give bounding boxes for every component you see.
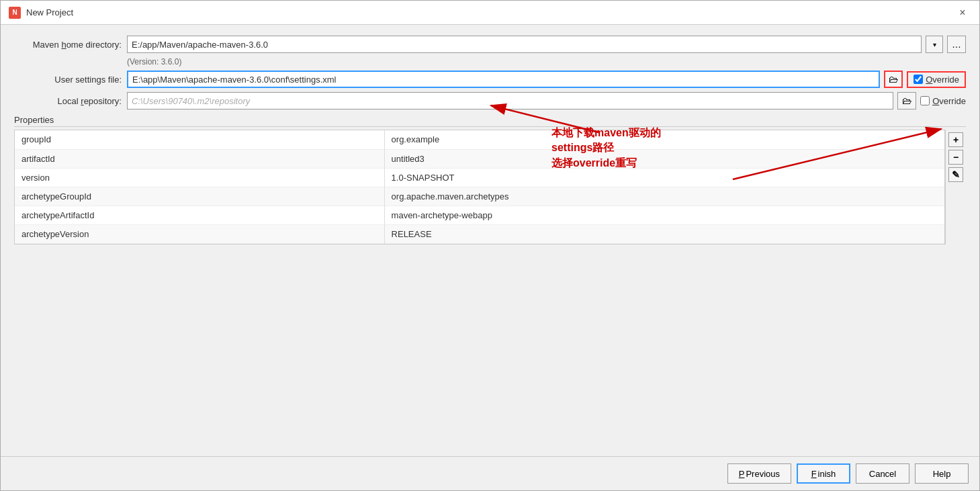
local-repo-override-group: Override [920, 96, 966, 106]
close-button[interactable]: × [954, 4, 971, 21]
maven-home-dropdown-button[interactable]: ▾ [926, 36, 943, 53]
local-repo-input[interactable] [127, 92, 893, 109]
properties-content: groupId org.example artifactId untitled3… [14, 130, 966, 244]
local-repo-label: Local repository: [14, 96, 122, 106]
property-key: artifactId [15, 149, 384, 168]
local-repo-row: Local repository: 🗁 Override [14, 92, 966, 109]
cancel-button[interactable]: Cancel [856, 463, 909, 484]
user-settings-label: User settings file: [14, 75, 122, 85]
user-settings-override-label: Override [926, 75, 959, 85]
properties-actions-panel: + − ✎ [945, 130, 966, 244]
property-key: groupId [15, 130, 384, 149]
maven-version-text: (Version: 3.6.0) [127, 57, 181, 66]
property-value: org.apache.maven.archetypes [384, 187, 944, 206]
dialog-content: Maven home directory: ▾ … (Version: 3.6.… [1, 25, 979, 456]
property-value: untitled3 [384, 149, 944, 168]
user-settings-input[interactable] [127, 71, 880, 88]
maven-home-controls: ▾ … [127, 36, 966, 53]
help-button[interactable]: Help [915, 463, 969, 484]
maven-home-input[interactable] [127, 36, 922, 53]
property-value: 1.0-SNAPSHOT [384, 168, 944, 187]
properties-section: Properties groupId org.example artifactI… [14, 115, 966, 244]
property-value: RELEASE [384, 224, 944, 243]
dialog-footer: PPrevious Finish Cancel Help [1, 456, 979, 490]
remove-property-button[interactable]: − [948, 150, 963, 165]
maven-home-browse-button[interactable]: … [947, 36, 966, 53]
user-settings-row: User settings file: 🗁 Override [14, 71, 966, 88]
property-row[interactable]: archetypeGroupId org.apache.maven.archet… [15, 187, 944, 206]
property-value: org.example [384, 130, 944, 149]
maven-home-row: Maven home directory: ▾ … [14, 36, 966, 53]
app-icon: N [9, 7, 21, 19]
user-settings-override-checkbox[interactable] [914, 75, 923, 84]
new-project-dialog: N New Project × Maven home directory: ▾ … [0, 0, 980, 491]
local-repo-override-checkbox[interactable] [920, 96, 930, 105]
property-row[interactable]: archetypeArtifactId maven-archetype-weba… [15, 206, 944, 224]
property-row[interactable]: archetypeVersion RELEASE [15, 224, 944, 243]
user-settings-browse-button[interactable]: 🗁 [884, 71, 903, 88]
add-property-button[interactable]: + [948, 132, 963, 147]
maven-home-label: Maven home directory: [14, 40, 122, 50]
user-settings-controls: 🗁 Override [127, 71, 966, 88]
property-key: archetypeGroupId [15, 187, 384, 206]
properties-table: groupId org.example artifactId untitled3… [15, 130, 944, 244]
property-row[interactable]: groupId org.example [15, 130, 944, 149]
maven-version-row: (Version: 3.6.0) [127, 57, 966, 66]
local-repo-browse-button[interactable]: 🗁 [897, 92, 916, 109]
property-row[interactable]: artifactId untitled3 [15, 149, 944, 168]
property-row[interactable]: version 1.0-SNAPSHOT [15, 168, 944, 187]
local-repo-controls: 🗁 Override [127, 92, 966, 109]
local-repo-override-label: Override [932, 96, 966, 106]
title-bar-left: N New Project [9, 7, 73, 19]
property-key: version [15, 168, 384, 187]
previous-button[interactable]: PPrevious [727, 463, 791, 484]
property-value: maven-archetype-webapp [384, 206, 944, 224]
title-bar: N New Project × [1, 1, 979, 25]
properties-table-container: groupId org.example artifactId untitled3… [14, 130, 945, 244]
property-key: archetypeArtifactId [15, 206, 384, 224]
properties-section-label: Properties [14, 115, 966, 127]
user-settings-override-group: Override [907, 71, 966, 88]
finish-button[interactable]: Finish [797, 463, 850, 484]
dialog-title: New Project [26, 7, 73, 17]
edit-property-button[interactable]: ✎ [948, 167, 963, 182]
property-key: archetypeVersion [15, 224, 384, 243]
